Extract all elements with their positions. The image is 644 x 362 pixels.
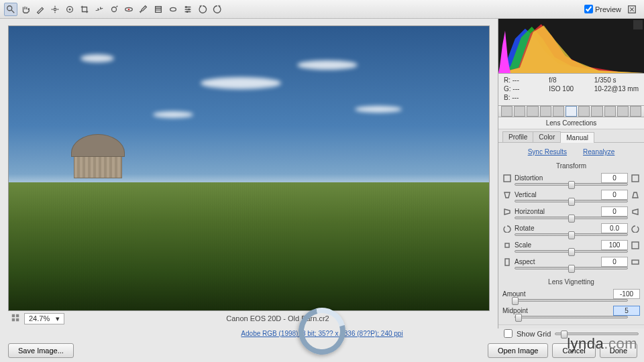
tab-hsl[interactable] [540,106,551,117]
crop-tool[interactable] [78,3,91,16]
amount-slider[interactable] [515,299,628,302]
exif-g: G: --- [504,85,543,93]
fullscreen-toggle[interactable] [625,3,639,16]
tab-calib[interactable] [591,106,602,117]
amount-label: Amount [502,290,540,298]
panel-menu-icon[interactable] [630,106,641,117]
adjustment-panel-tabs [498,106,644,117]
tab-detail[interactable] [527,106,538,117]
reanalyze-link[interactable]: Reanalyze [583,148,614,156]
rotate-ccw-tool[interactable] [196,3,209,16]
exif-iso: ISO 100 [549,85,588,93]
radial-filter-tool[interactable] [166,3,180,16]
histogram[interactable] [498,19,644,74]
svg-point-6 [128,8,130,10]
exif-aperture: f/8 [549,76,588,84]
distortion-pincushion-icon [631,174,640,183]
zoom-grid-icon[interactable] [11,313,20,324]
svg-rect-7 [156,6,162,12]
midpoint-slider-thumb[interactable] [515,314,522,322]
tab-curve[interactable] [514,106,525,117]
svg-rect-22 [632,260,639,264]
preview-label: Preview [595,5,621,13]
footer: Adobe RGB (1998); 8 bit; 35?? x 2336 (8?… [0,328,644,362]
targeted-adjust-tool[interactable] [63,3,76,16]
color-sampler-tool[interactable] [48,3,62,16]
tab-fx[interactable] [578,106,590,117]
vertical-value[interactable]: 0 [601,190,628,200]
subtab-profile[interactable]: Profile [502,131,533,142]
tab-presets[interactable] [604,106,616,117]
zoom-level-select[interactable]: 24.7%▾ [24,313,64,324]
vertical-right-icon [631,190,640,200]
scale-slider-thumb[interactable] [568,248,575,256]
main-area: 24.7%▾ Canon EOS 20D - Old Barn.cr2 R: -… [0,19,644,328]
horizontal-value[interactable]: 0 [601,206,628,217]
distortion-slider[interactable] [515,183,628,186]
horizontal-label: Horizontal [515,208,547,215]
rotate-slider-thumb[interactable] [568,231,575,239]
aspect-value[interactable]: 0 [601,257,628,267]
distortion-slider-thumb[interactable] [568,181,575,189]
hand-tool[interactable] [19,3,32,16]
vertical-slider[interactable] [515,200,628,202]
midpoint-value[interactable]: 5 [613,306,640,316]
vertical-slider-thumb[interactable] [568,198,575,206]
exif-lens: 10-22@13 mm [594,85,639,93]
exif-shutter: 1/350 s [594,76,639,84]
zoom-tool[interactable] [4,3,17,16]
aspect-slider[interactable] [515,267,628,269]
cancel-button[interactable]: Cancel [552,343,595,358]
svg-rect-18 [632,175,639,182]
rotate-cw-tool[interactable] [211,3,224,16]
tab-lens[interactable] [566,106,577,117]
svg-point-8 [170,7,176,11]
amount-row: Amount -100 [498,288,644,299]
svg-point-4 [112,7,117,11]
aspect-slider-thumb[interactable] [568,265,575,273]
graduated-filter-tool[interactable] [152,3,165,16]
white-balance-tool[interactable] [34,3,47,16]
rotate-value[interactable]: 0.0 [601,223,628,233]
sync-results-link[interactable]: Sync Results [528,148,567,156]
subtab-manual[interactable]: Manual [560,132,594,143]
distortion-value[interactable]: 0 [601,173,628,183]
svg-rect-21 [505,259,509,265]
redeye-tool[interactable] [122,3,136,16]
zoom-value: 24.7% [29,314,50,322]
vertical-left-icon [502,190,512,200]
histogram-clip-toggle[interactable] [633,20,643,29]
panel-title: Lens Corrections [498,117,644,129]
workflow-options-link[interactable]: Adobe RGB (1998); 8 bit; 35?? x 2336 (8?… [241,330,402,337]
horizontal-slider[interactable] [515,217,628,219]
spot-removal-tool[interactable] [107,3,121,16]
amount-value[interactable]: -100 [613,289,640,299]
tab-split[interactable] [553,106,564,117]
preview-checkbox[interactable] [584,5,593,13]
lens-links: Sync Results Reanalyze [498,143,644,161]
preview-image[interactable] [8,25,490,311]
scale-value[interactable]: 100 [601,240,628,250]
done-button[interactable]: Done [600,343,637,358]
preview-pane: 24.7%▾ Canon EOS 20D - Old Barn.cr2 [0,19,498,328]
svg-point-3 [69,9,70,10]
prefs-tool[interactable] [181,3,195,16]
aspect-label: Aspect [515,258,547,265]
distortion-barrel-icon [502,174,512,183]
rotate-slider[interactable] [515,233,628,236]
horizontal-slider-thumb[interactable] [568,215,575,223]
preview-toggle[interactable]: Preview [584,5,621,13]
scale-slider[interactable] [515,250,628,253]
open-image-button[interactable]: Open Image [488,343,549,358]
amount-slider-thumb[interactable] [512,297,519,305]
tab-snapshots[interactable] [617,106,629,117]
straighten-tool[interactable] [93,3,106,16]
tab-basic[interactable] [501,106,513,117]
chevron-down-icon: ▾ [56,314,60,323]
save-image-button[interactable]: Save Image... [8,343,74,358]
horizontal-right-icon [631,207,640,217]
adjustment-brush-tool[interactable] [137,3,150,16]
subtab-color[interactable]: Color [533,131,561,142]
midpoint-slider[interactable] [515,316,628,318]
exif-b: B: --- [504,94,543,101]
